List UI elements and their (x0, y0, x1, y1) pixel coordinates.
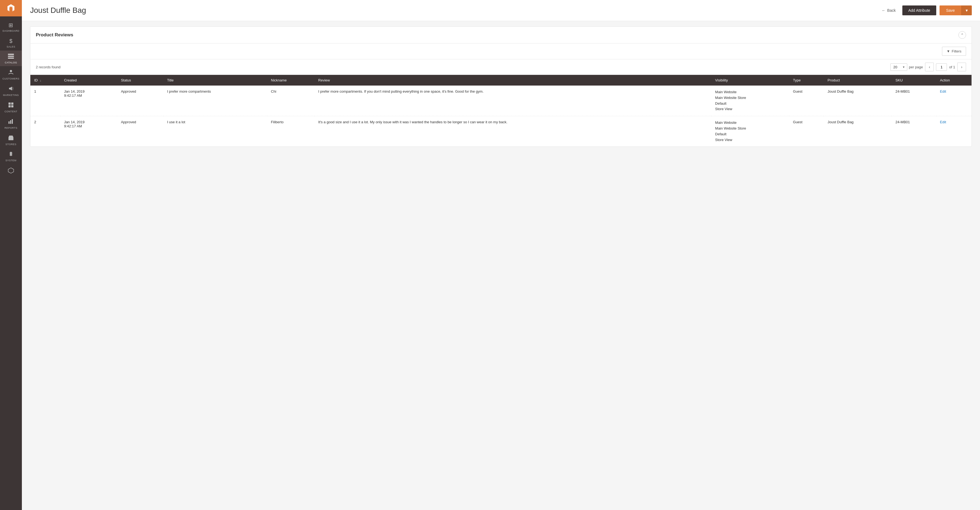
col-sku: SKU (892, 75, 936, 86)
page-total: of 1 (949, 65, 955, 69)
sidebar-item-label: REPORTS (5, 127, 18, 130)
per-page-wrapper: 20 30 50 100 200 ▼ (890, 64, 907, 71)
table-head: ID ↓ Created Status Title Nickname Revie… (30, 75, 972, 86)
cell-product: Joust Duffle Bag (824, 86, 891, 116)
chevron-up-icon: ⌃ (961, 33, 964, 37)
filters-label: Filters (952, 49, 961, 53)
back-arrow-icon: ← (882, 8, 886, 13)
sidebar-item-label: CUSTOMERS (2, 77, 19, 80)
chevron-right-icon: › (961, 65, 963, 69)
extensions-icon (8, 168, 14, 175)
sidebar-item-stores[interactable]: STORES (0, 132, 22, 148)
filters-button[interactable]: ▼ Filters (942, 47, 966, 56)
sidebar-item-sales[interactable]: $ SALES (0, 35, 22, 51)
stores-icon (8, 135, 14, 142)
marketing-icon (8, 86, 14, 93)
pagination-bar: 2 records found 20 30 50 100 200 (30, 59, 972, 75)
collapse-button[interactable]: ⌃ (958, 31, 966, 39)
card-header: Product Reviews ⌃ (30, 27, 972, 43)
col-title: Title (163, 75, 267, 86)
cell-review: It's a good size and I use it a lot. My … (315, 116, 711, 147)
section-title: Product Reviews (36, 32, 73, 38)
customers-icon (8, 70, 14, 76)
cell-action: Edit (936, 116, 972, 147)
col-created: Created (60, 75, 117, 86)
cell-product: Joust Duffle Bag (824, 116, 891, 147)
table-body: 1 Jan 14, 2019 9:42:17 AM Approved I pre… (30, 86, 972, 146)
save-dropdown-button[interactable]: ▼ (961, 5, 972, 15)
sidebar-item-dashboard[interactable]: ⊞ DASHBOARD (0, 19, 22, 35)
back-label: Back (887, 8, 896, 13)
save-button-group: Save ▼ (940, 5, 972, 15)
page-header: Joust Duffle Bag ← Back Add Attribute Sa… (22, 0, 980, 21)
svg-point-3 (10, 70, 12, 72)
page-number-input[interactable] (936, 64, 947, 71)
sidebar-item-label: CONTENT (5, 110, 18, 113)
sidebar-item-extensions[interactable] (0, 164, 22, 178)
svg-rect-12 (10, 120, 11, 124)
cell-type: Guest (789, 86, 824, 116)
svg-rect-2 (8, 58, 14, 59)
catalog-icon (8, 54, 14, 60)
add-attribute-button[interactable]: Add Attribute (902, 5, 936, 15)
system-icon (8, 151, 14, 158)
chevron-left-icon: ‹ (929, 65, 930, 69)
per-page-label: per page (909, 65, 923, 69)
cell-review: I prefer more compartments. If you don't… (315, 86, 711, 116)
table-row: 2 Jan 14, 2019 9:42:17 AM Approved I use… (30, 116, 972, 147)
product-reviews-card: Product Reviews ⌃ ▼ Filters 2 records fo… (30, 27, 972, 147)
reviews-table: ID ↓ Created Status Title Nickname Revie… (30, 75, 972, 146)
sidebar-item-customers[interactable]: CUSTOMERS (0, 66, 22, 83)
cell-sku: 24-MB01 (892, 86, 936, 116)
cell-nickname: Chi (267, 86, 315, 116)
sidebar-item-label: STORES (5, 143, 16, 146)
col-review: Review (315, 75, 711, 86)
pagination-controls: 20 30 50 100 200 ▼ per page (890, 63, 966, 71)
next-page-button[interactable]: › (957, 63, 966, 71)
sidebar-item-content[interactable]: CONTENT (0, 99, 22, 115)
svg-rect-8 (11, 102, 13, 105)
cell-created: Jan 14, 2019 9:42:17 AM (60, 116, 117, 147)
cell-nickname: Filiberto (267, 116, 315, 147)
col-id: ID ↓ (30, 75, 60, 86)
sidebar-item-label: SYSTEM (5, 159, 16, 162)
edit-link[interactable]: Edit (940, 89, 946, 94)
sidebar-item-reports[interactable]: REPORTS (0, 115, 22, 132)
records-count: 2 records found (36, 65, 60, 69)
svg-rect-15 (10, 138, 12, 140)
cell-visibility: Main WebsiteMain Website Store Default S… (711, 116, 789, 147)
col-status: Status (117, 75, 163, 86)
chevron-down-icon: ▼ (965, 8, 969, 13)
col-action: Action (936, 75, 972, 86)
per-page-selector[interactable]: 20 30 50 100 200 (890, 64, 907, 71)
cell-sku: 24-MB01 (892, 116, 936, 147)
cell-status: Approved (117, 116, 163, 147)
sort-icon: ↓ (40, 79, 41, 82)
back-button[interactable]: ← Back (878, 6, 899, 15)
save-button[interactable]: Save (940, 5, 961, 15)
page-title: Joust Duffle Bag (30, 6, 86, 15)
page-content: Product Reviews ⌃ ▼ Filters 2 records fo… (22, 21, 980, 510)
cell-type: Guest (789, 116, 824, 147)
sidebar-item-system[interactable]: SYSTEM (0, 148, 22, 164)
svg-marker-17 (8, 168, 14, 173)
svg-rect-7 (8, 102, 11, 105)
edit-link[interactable]: Edit (940, 120, 946, 124)
sidebar: ⊞ DASHBOARD $ SALES CATALOG CUSTOMERS MA… (0, 0, 22, 510)
sales-icon: $ (9, 38, 13, 44)
dashboard-icon: ⊞ (8, 22, 13, 29)
per-page-select: 20 30 50 100 200 ▼ per page (890, 64, 923, 71)
svg-rect-13 (12, 119, 13, 124)
sidebar-item-marketing[interactable]: MARKETING (0, 83, 22, 99)
prev-page-button[interactable]: ‹ (925, 63, 934, 71)
table-toolbar: ▼ Filters (30, 43, 972, 59)
sidebar-item-label: DASHBOARD (2, 30, 19, 33)
col-visibility: Visibility (711, 75, 789, 86)
svg-rect-11 (8, 121, 10, 124)
cell-id: 1 (30, 86, 60, 116)
sidebar-item-catalog[interactable]: CATALOG (0, 51, 22, 67)
sidebar-item-label: MARKETING (3, 94, 19, 97)
filter-icon: ▼ (947, 49, 950, 53)
main-content: Joust Duffle Bag ← Back Add Attribute Sa… (22, 0, 980, 510)
cell-id: 2 (30, 116, 60, 147)
